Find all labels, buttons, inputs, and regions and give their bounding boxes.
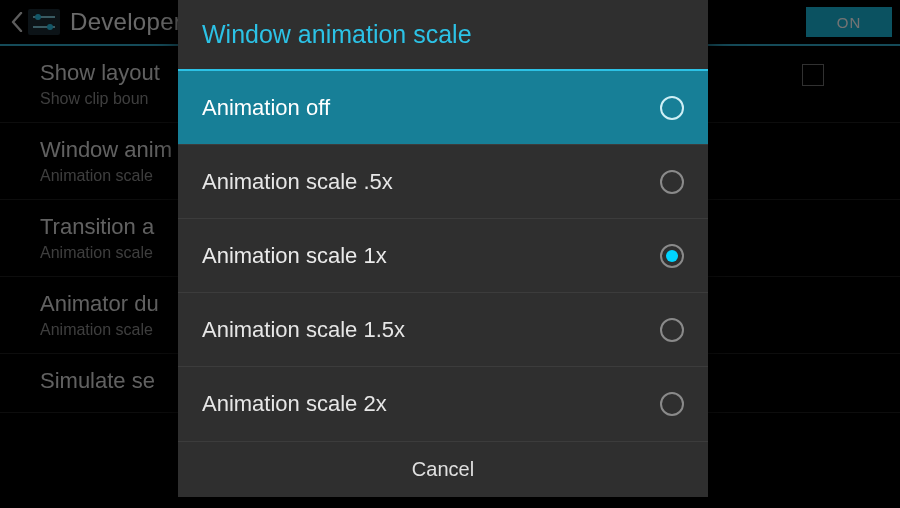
cancel-label: Cancel bbox=[412, 458, 474, 481]
radio-icon bbox=[660, 318, 684, 342]
animation-scale-dialog: Window animation scale Animation off Ani… bbox=[178, 0, 708, 497]
svg-point-4 bbox=[47, 24, 53, 30]
option-label: Animation scale 1.5x bbox=[202, 317, 660, 343]
radio-icon bbox=[660, 392, 684, 416]
option-animation-05x[interactable]: Animation scale .5x bbox=[178, 145, 708, 219]
back-button[interactable] bbox=[8, 0, 62, 45]
option-animation-1x[interactable]: Animation scale 1x bbox=[178, 219, 708, 293]
page-title: Developer bbox=[70, 8, 182, 36]
checkbox-icon[interactable] bbox=[802, 64, 824, 86]
option-label: Animation scale 1x bbox=[202, 243, 660, 269]
cancel-button[interactable]: Cancel bbox=[178, 441, 708, 497]
chevron-left-icon bbox=[8, 0, 26, 45]
toggle-label: ON bbox=[837, 14, 862, 31]
sliders-icon bbox=[26, 7, 62, 37]
dialog-title: Window animation scale bbox=[178, 0, 708, 71]
svg-point-2 bbox=[35, 14, 41, 20]
radio-icon bbox=[660, 170, 684, 194]
option-animation-off[interactable]: Animation off bbox=[178, 71, 708, 145]
radio-icon bbox=[660, 244, 684, 268]
option-animation-15x[interactable]: Animation scale 1.5x bbox=[178, 293, 708, 367]
option-label: Animation scale 2x bbox=[202, 391, 660, 417]
radio-icon bbox=[660, 96, 684, 120]
option-label: Animation scale .5x bbox=[202, 169, 660, 195]
master-toggle[interactable]: ON bbox=[806, 7, 892, 37]
option-label: Animation off bbox=[202, 95, 660, 121]
option-animation-2x[interactable]: Animation scale 2x bbox=[178, 367, 708, 441]
svg-rect-0 bbox=[28, 9, 60, 35]
